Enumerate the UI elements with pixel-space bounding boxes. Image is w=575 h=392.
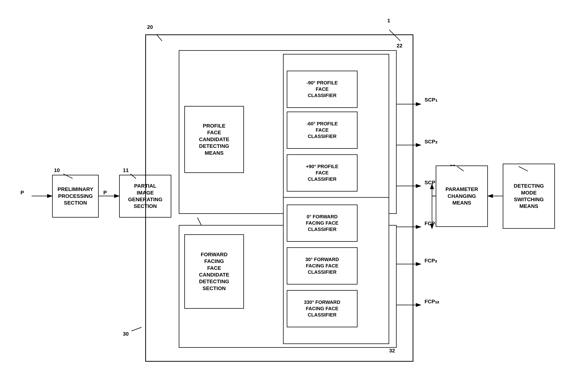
classifier-0-box: 0° FORWARDFACING FACECLASSIFIER [287,205,358,242]
ref-10-label: 10 [54,167,60,173]
classifier-90p-box: +90° PROFILEFACECLASSIFIER [287,154,358,192]
profile-candidate-box: PROFILEFACECANDIDATEDETECTINGMEANS [184,106,244,173]
fcp12-label: FCP₁₂ [425,299,439,305]
classifier-330-box: 330° FORWARDFACING FACECLASSIFIER [287,290,358,327]
scp2-label: SCP₂ [425,139,437,145]
p-output-label: P [103,190,107,196]
svg-line-33 [131,327,142,331]
fcp2-label: FCP₂ [425,258,437,264]
fcp1-label: FCP₁ [425,220,437,226]
ref-20-label: 20 [147,24,153,30]
scp7-label: SCP₇ [425,179,437,186]
ref-11-label: 11 [123,167,129,173]
p-input-label: P [21,190,24,196]
classifier-90n-box: -90° PROFILEFACECLASSIFIER [287,71,358,108]
ref-30-label: 30 [123,331,129,337]
parameter-changing-box: PARAMETERCHANGINGMEANS [436,166,488,227]
classifier-60n-box: -60° PROFILEFACECLASSIFIER [287,111,358,149]
classifier-30-box: 30° FORWARDFACING FACECLASSIFIER [287,247,358,284]
forward-candidate-box: FORWARDFACINGFACECANDIDATEDETECTINGSECTI… [184,234,244,309]
scp1-label: SCP₁ [425,97,437,103]
ref-1-label: 1 [387,18,390,24]
preliminary-processing-box: PRELIMINARYPROCESSINGSECTION [52,175,99,218]
detecting-mode-box: DETECTINGMODESWITCHINGMEANS [503,164,555,229]
